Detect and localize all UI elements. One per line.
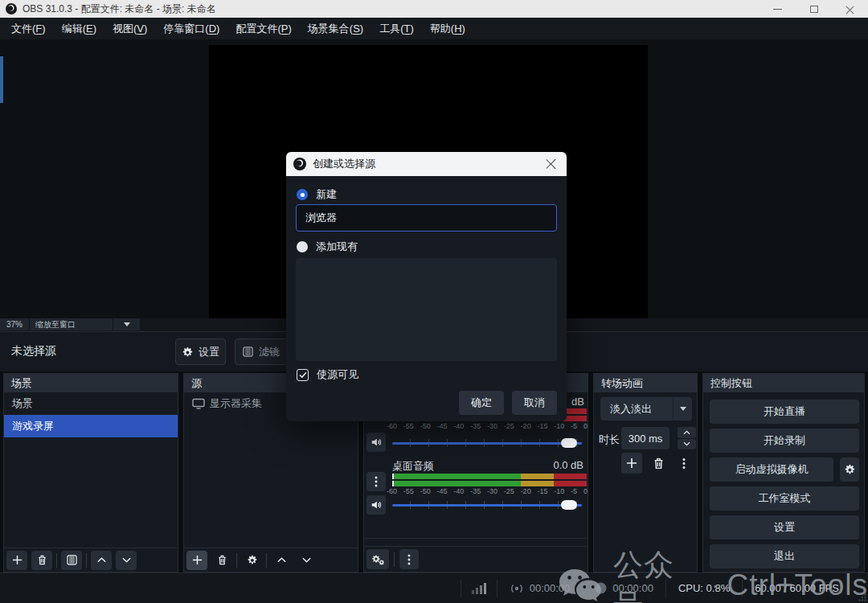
move-scene-up-button[interactable] [91, 551, 112, 570]
transition-options-button[interactable] [677, 454, 691, 472]
scene-item[interactable]: 场景 [4, 392, 178, 415]
source-properties-label: 设置 [199, 345, 219, 359]
obs-logo-icon [6, 3, 17, 14]
slider-handle[interactable] [561, 500, 577, 510]
radio-create-new[interactable]: 新建 [297, 187, 337, 202]
zoom-dropdown-button[interactable] [113, 318, 140, 330]
source-filters-button[interactable]: 滤镜 [235, 338, 288, 365]
scene-item-selected[interactable]: 游戏录屏 [4, 415, 178, 437]
duration-input[interactable]: 300 ms [621, 427, 669, 449]
remove-transition-button[interactable] [649, 454, 668, 472]
add-source-button[interactable] [186, 551, 207, 570]
record-timer: 00:00:00 [588, 582, 660, 594]
scenes-panel-header[interactable]: 场景 [4, 374, 178, 392]
radio-new-label: 新建 [316, 187, 337, 202]
move-source-down-button[interactable] [296, 551, 317, 570]
mixer1-db-value: dB [571, 396, 584, 408]
maximize-button[interactable] [796, 0, 832, 18]
source-properties-gear-button[interactable] [241, 551, 262, 570]
mixer1-mute-button[interactable] [366, 433, 386, 452]
statusbar-divider [461, 580, 461, 597]
radio-existing-label: 添加现有 [316, 240, 358, 254]
menu-docks[interactable]: 停靠窗口(D) [155, 18, 227, 39]
exit-button[interactable]: 退出 [710, 544, 859, 568]
gear-icon [182, 347, 193, 358]
mixer2-name: 桌面音频 [392, 459, 434, 474]
mixer1-volume-slider[interactable] [392, 437, 582, 449]
start-streaming-button[interactable]: 开始直播 [710, 400, 859, 424]
settings-button[interactable]: 设置 [710, 515, 859, 539]
radio-add-existing[interactable]: 添加现有 [297, 240, 358, 254]
advanced-audio-properties-button[interactable] [366, 549, 389, 569]
spin-up-button[interactable] [678, 427, 696, 438]
duration-spinner [678, 427, 696, 449]
existing-sources-list[interactable] [296, 258, 557, 361]
toolbar-divider [266, 553, 267, 568]
menu-file[interactable]: 文件(F) [3, 18, 54, 39]
toolbar-divider [56, 553, 57, 568]
radio-selected-icon [297, 189, 308, 200]
menu-help[interactable]: 帮助(H) [422, 18, 473, 39]
transitions-panel-header[interactable]: 转场动画 [594, 374, 697, 392]
ok-button[interactable]: 确定 [459, 391, 504, 415]
menu-profile[interactable]: 配置文件(P) [227, 18, 299, 39]
close-button[interactable] [832, 0, 868, 18]
mixer2-level-meter [392, 474, 587, 486]
mixer2-options-button[interactable] [366, 472, 386, 491]
checkbox-checked-icon [297, 369, 309, 381]
mixer1-scale-ticks: -60-55-50-45-40-35-30-25-20-15-10-50 [387, 422, 588, 431]
stream-timer: 00:00:00 [503, 582, 577, 594]
scene-filters-button[interactable] [61, 551, 82, 570]
minimize-button[interactable] [760, 0, 796, 18]
gear-icon [844, 464, 855, 475]
toolbar-divider [86, 553, 87, 568]
window-titlebar: OBS 31.0.3 - 配置文件: 未命名 - 场景: 未命名 [0, 0, 868, 18]
source-name-input[interactable]: 浏览器 [296, 204, 557, 232]
record-icon [595, 582, 607, 594]
broadcast-icon [510, 583, 524, 594]
menu-scene-collection[interactable]: 场景集合(S) [300, 18, 371, 39]
add-transition-button[interactable] [621, 453, 642, 474]
obs-logo-icon [293, 158, 306, 170]
menu-view[interactable]: 视图(V) [104, 18, 155, 39]
start-virtual-camera-button[interactable]: 启动虚拟摄像机 [710, 457, 833, 482]
dock-edge-highlight [0, 56, 3, 103]
cancel-button[interactable]: 取消 [512, 391, 557, 415]
slider-handle[interactable] [561, 438, 577, 448]
scenes-panel: 场景 场景 游戏录屏 [3, 373, 178, 572]
dialog-title: 创建或选择源 [313, 157, 539, 171]
close-icon [845, 5, 854, 14]
statusbar-divider [582, 580, 583, 597]
maximize-icon [810, 6, 818, 13]
add-scene-button[interactable] [6, 551, 27, 570]
slider-track [392, 442, 582, 445]
spin-down-button[interactable] [678, 439, 696, 450]
menu-edit[interactable]: 编辑(E) [54, 18, 104, 39]
studio-mode-button[interactable]: 工作室模式 [710, 486, 859, 511]
transition-select[interactable]: 淡入淡出 [600, 397, 692, 420]
transition-current: 淡入淡出 [600, 402, 673, 416]
slider-track [392, 504, 582, 507]
remove-scene-button[interactable] [31, 551, 52, 570]
move-source-up-button[interactable] [271, 551, 292, 570]
virtual-camera-settings-button[interactable] [840, 457, 859, 482]
create-source-dialog: 创建或选择源 新建 浏览器 添加现有 使源可见 确定 取消 [286, 152, 567, 421]
mixer2-volume-slider[interactable] [392, 499, 582, 511]
remove-source-button[interactable] [211, 551, 232, 570]
menu-tools[interactable]: 工具(T) [371, 18, 422, 39]
controls-panel-header[interactable]: 控制按钮 [703, 374, 864, 392]
start-recording-button[interactable]: 开始录制 [710, 429, 859, 453]
source-item-label: 显示器采集 [210, 396, 262, 411]
menu-bar: 文件(F) 编辑(E) 视图(V) 停靠窗口(D) 配置文件(P) 场景集合(S… [0, 18, 868, 39]
record-time: 00:00:00 [612, 582, 653, 594]
zoom-fit-mode[interactable]: 缩放至窗口 [30, 318, 113, 330]
mixer2-mute-button[interactable] [366, 495, 386, 515]
resize-grip[interactable] [858, 593, 866, 601]
move-scene-down-button[interactable] [116, 551, 137, 570]
chevron-down-icon [124, 322, 130, 326]
source-properties-button[interactable]: 设置 [175, 338, 226, 365]
make-source-visible-checkbox[interactable]: 使源可见 [297, 367, 358, 382]
dialog-close-icon[interactable] [546, 158, 557, 170]
toolbar-divider [394, 552, 395, 567]
mixer-options-button[interactable] [399, 549, 419, 569]
